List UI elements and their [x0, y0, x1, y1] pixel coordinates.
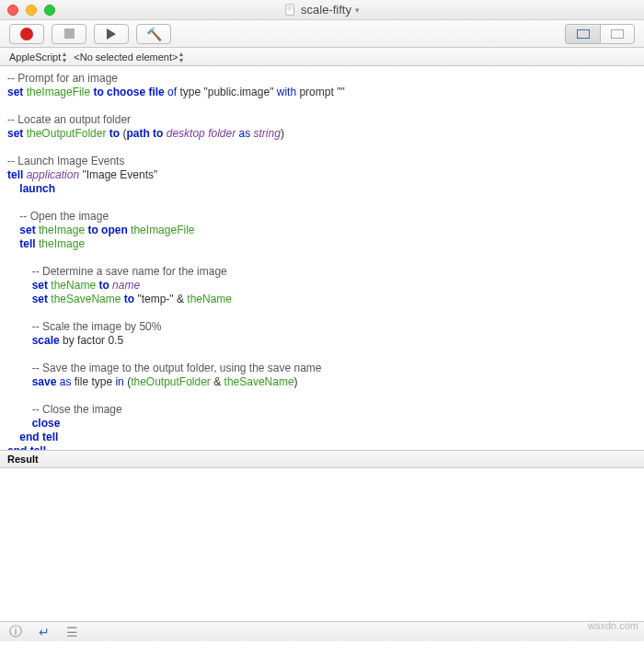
close-window-button[interactable]: [7, 5, 18, 16]
result-header: Result: [0, 450, 644, 468]
record-icon: [20, 28, 33, 40]
stop-icon: [64, 29, 75, 39]
show-result-pane-button[interactable]: [565, 24, 600, 44]
play-icon: [107, 29, 116, 40]
result-icon[interactable]: ↵: [39, 625, 50, 639]
description-icon[interactable]: ⓘ: [9, 624, 22, 640]
zoom-window-button[interactable]: [44, 5, 55, 16]
pane-toggle-group: [565, 24, 635, 44]
window-title: scale-fifty: [301, 3, 351, 17]
compile-button[interactable]: 🔨: [136, 24, 171, 44]
title-dropdown-icon[interactable]: ▾: [355, 6, 360, 15]
toolbar: 🔨: [0, 20, 644, 48]
pane-side-icon: [611, 29, 624, 39]
statusbar: ⓘ ↵ ☰: [0, 621, 644, 641]
hammer-icon: 🔨: [146, 27, 162, 41]
traffic-lights: [7, 5, 55, 16]
show-side-pane-button[interactable]: [600, 24, 635, 44]
updown-icon: ▴▾: [179, 51, 183, 63]
updown-icon: ▴▾: [63, 51, 66, 63]
window-title-group: scale-fifty ▾: [0, 3, 644, 17]
titlebar: scale-fifty ▾: [0, 0, 644, 20]
svg-rect-0: [286, 4, 294, 14]
result-pane[interactable]: [0, 468, 644, 621]
language-label: AppleScript: [9, 52, 61, 63]
element-label: <No selected element>: [74, 52, 178, 63]
navigation-bar: AppleScript ▴▾ <No selected element> ▴▾: [0, 48, 644, 66]
language-popup[interactable]: AppleScript ▴▾: [6, 51, 70, 63]
element-popup[interactable]: <No selected element> ▴▾: [70, 51, 187, 63]
result-label: Result: [7, 454, 39, 465]
run-button[interactable]: [94, 24, 129, 44]
watermark: wsxdn.com: [588, 620, 638, 631]
stop-button[interactable]: [52, 24, 86, 44]
record-button[interactable]: [9, 24, 44, 44]
code-editor[interactable]: -- Prompt for an image set theImageFile …: [0, 66, 644, 450]
pane-bottom-icon: [577, 29, 590, 39]
script-doc-icon: [284, 4, 297, 17]
log-icon[interactable]: ☰: [66, 625, 78, 639]
minimize-window-button[interactable]: [26, 5, 37, 16]
